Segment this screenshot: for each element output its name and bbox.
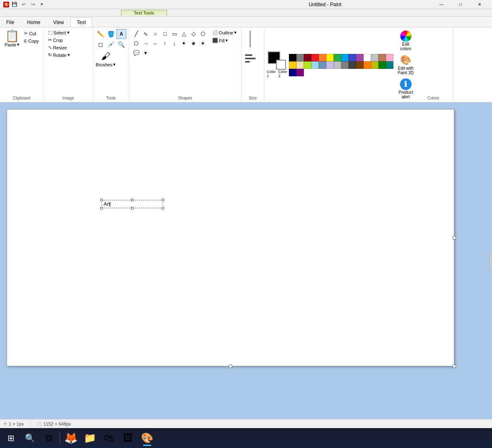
files-btn[interactable]: 📁 [81, 429, 99, 447]
swatch-cream[interactable] [296, 61, 304, 69]
text-handle-bm[interactable] [131, 207, 133, 209]
swatch-maroon[interactable] [296, 69, 304, 76]
curve-shape[interactable]: ∿ [141, 29, 150, 38]
text-handle-tl[interactable] [100, 199, 103, 201]
line-shape[interactable]: ╱ [132, 29, 141, 38]
customize-quick-btn[interactable]: ▾ [38, 1, 46, 8]
swatch-darkred[interactable] [304, 54, 311, 61]
callout-shape[interactable]: 💬 [132, 48, 141, 57]
text-tool[interactable]: A [116, 29, 126, 39]
crop-button[interactable]: ✂ Crop [46, 37, 72, 44]
text-box[interactable]: Art [102, 200, 163, 208]
pencil-tool[interactable]: ✏️ [96, 29, 106, 39]
swatch-brown[interactable] [378, 54, 386, 61]
rounded-rect-shape[interactable]: ▭ [170, 29, 179, 38]
redo-quick-btn[interactable]: ↪ [29, 1, 36, 8]
fill-button[interactable]: ⬛ Fill ▾ [210, 37, 239, 44]
outline-button[interactable]: ⬜ Outline ▾ [210, 29, 239, 36]
swatch-pink[interactable] [386, 54, 393, 61]
star4-shape[interactable]: ✦ [179, 39, 189, 48]
swatch-steelblue[interactable] [319, 61, 326, 69]
swatch-red[interactable] [311, 54, 319, 61]
down-arrow-shape[interactable]: ↓ [170, 39, 179, 48]
swatch-black[interactable] [289, 54, 296, 61]
swatch-olive[interactable] [371, 61, 378, 69]
swatch-gold[interactable] [289, 61, 296, 69]
tab-view[interactable]: View [47, 17, 70, 27]
tab-home[interactable]: Home [21, 17, 46, 27]
swatch-medgray[interactable] [341, 61, 349, 69]
diamond-shape[interactable]: ◇ [189, 29, 198, 38]
copy-button[interactable]: ⎘ Copy [22, 38, 41, 44]
swatch-yellow[interactable] [326, 54, 334, 61]
firefox-btn[interactable]: 🦊 [62, 429, 80, 447]
swatch-lightblue[interactable] [311, 61, 319, 69]
swatch-silver[interactable] [334, 61, 341, 69]
star5-shape[interactable]: ★ [189, 39, 198, 48]
left-arrow-shape[interactable]: ← [151, 39, 160, 48]
scrollbar-right-handle[interactable] [490, 253, 492, 269]
swatch-darkgreen[interactable] [378, 61, 386, 69]
canvas-area[interactable]: Art [0, 102, 492, 419]
start-button[interactable]: ⊞ [2, 429, 20, 447]
swatch-teal[interactable] [386, 61, 393, 69]
store-btn[interactable]: 🛍 [100, 429, 118, 447]
pentagon-shape[interactable]: ⬠ [199, 29, 208, 38]
swatch-gray[interactable] [296, 54, 304, 61]
swatch-purple[interactable] [356, 54, 364, 61]
swatch-lime[interactable] [304, 61, 311, 69]
swatch-green[interactable] [334, 54, 341, 61]
swatch-brightorange[interactable] [364, 61, 371, 69]
select-button[interactable]: ⬚ Select ▾ [46, 29, 72, 36]
brushes-btn[interactable]: Brushes ▾ [96, 62, 116, 67]
paint-btn[interactable]: 🎨 [138, 429, 156, 447]
swatch-navy[interactable] [289, 69, 296, 76]
star6-shape[interactable]: ✶ [199, 39, 208, 48]
swatch-blue[interactable] [341, 54, 349, 61]
resize-button[interactable]: ⤡ Resize [46, 44, 72, 51]
more-shapes-btn[interactable]: ▾ [141, 48, 150, 57]
canvas-handle-corner[interactable] [453, 365, 456, 368]
save-quick-btn[interactable]: 💾 [11, 1, 18, 8]
swatch-orange[interactable] [319, 54, 326, 61]
edit-colors-button[interactable]: Edit colors [395, 29, 416, 52]
text-handle-tm[interactable] [131, 199, 133, 201]
text-handle-tr[interactable] [162, 199, 164, 201]
eraser-tool[interactable]: ◻ [96, 39, 106, 49]
task-view-btn[interactable]: ⧉ [40, 429, 58, 447]
rotate-button[interactable]: ↻ Rotate ▾ [46, 51, 72, 58]
undo-quick-btn[interactable]: ↩ [20, 1, 27, 8]
paint-canvas[interactable]: Art [7, 109, 454, 366]
hexagon-shape[interactable]: ⬡ [132, 39, 141, 48]
swatch-white[interactable] [364, 54, 371, 61]
canvas-handle-bottom[interactable] [229, 365, 232, 368]
text-handle-bl[interactable] [100, 207, 103, 209]
photos-btn[interactable]: 🖼 [119, 429, 137, 447]
minimize-btn[interactable]: — [432, 0, 451, 9]
canvas-handle-right[interactable] [453, 236, 456, 239]
swatch-lavender[interactable] [326, 61, 334, 69]
cut-button[interactable]: ✂ Cut [22, 30, 41, 37]
swatch-darkbrown[interactable] [356, 61, 364, 69]
tab-file[interactable]: File [0, 17, 20, 27]
rect-shape[interactable]: □ [160, 29, 170, 38]
close-btn[interactable]: ✕ [470, 0, 489, 9]
paste-button[interactable]: 📋 Paste ▾ [2, 29, 22, 49]
up-arrow-shape[interactable]: ↑ [160, 39, 170, 48]
fill-tool[interactable]: 🪣 [106, 29, 116, 39]
swatch-lightgray[interactable] [371, 54, 378, 61]
right-arrow-shape[interactable]: → [141, 39, 150, 48]
search-button[interactable]: 🔍 [21, 429, 39, 447]
magnify-tool[interactable]: 🔍 [116, 39, 126, 49]
triangle-shape[interactable]: △ [179, 29, 189, 38]
swatch-indigo[interactable] [349, 54, 356, 61]
edit-paint3d-button[interactable]: 🎨 Edit with Paint 3D [395, 53, 416, 76]
product-alert-button[interactable]: ℹ Product alert [395, 77, 416, 100]
color2-swatch[interactable] [276, 60, 286, 70]
maximize-btn[interactable]: □ [451, 0, 470, 9]
tab-text[interactable]: Text [70, 17, 92, 27]
text-handle-br[interactable] [162, 207, 164, 209]
swatch-darkgray[interactable] [349, 61, 356, 69]
oval-shape[interactable]: ○ [151, 29, 160, 38]
eyedropper-tool[interactable]: 💉 [106, 39, 116, 49]
